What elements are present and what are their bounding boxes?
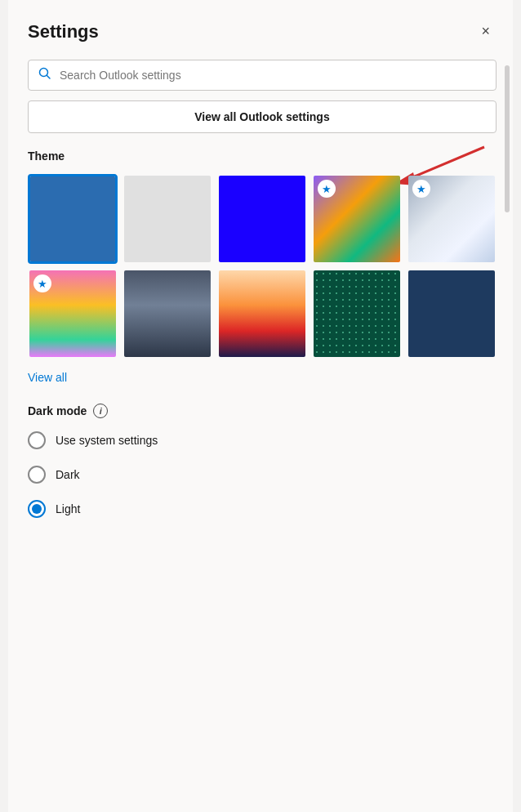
radio-system-settings[interactable]: Use system settings: [28, 431, 497, 449]
star-icon-3: ★: [38, 278, 47, 290]
svg-line-1: [47, 76, 51, 79]
theme-swatch-mountain[interactable]: [122, 269, 212, 359]
star-icon: ★: [322, 183, 332, 195]
view-all-themes-link[interactable]: View all: [28, 371, 67, 384]
star-icon-2: ★: [416, 183, 426, 195]
view-all-settings-button[interactable]: View all Outlook settings: [28, 100, 497, 133]
radio-circle-system: [28, 431, 46, 449]
search-icon: [38, 67, 51, 83]
radio-label-system: Use system settings: [56, 434, 158, 447]
theme-swatch-sunset[interactable]: [217, 269, 307, 359]
dark-mode-section: Dark mode i Use system settings Dark Lig…: [28, 404, 497, 518]
theme-grid: ★ ★ ★: [28, 174, 497, 359]
star-badge: ★: [318, 180, 336, 198]
theme-swatch-gradient2[interactable]: ★: [407, 174, 497, 264]
theme-swatch-blue[interactable]: [28, 174, 118, 264]
settings-header: Settings ×: [28, 20, 497, 43]
radio-dark[interactable]: Dark: [28, 466, 497, 484]
theme-section-title: Theme: [28, 149, 497, 163]
close-button[interactable]: ×: [474, 20, 497, 43]
theme-swatch-darkblue[interactable]: [217, 174, 307, 264]
radio-circle-light: [28, 500, 46, 518]
scrollbar[interactable]: [505, 65, 510, 212]
dark-mode-title: Dark mode: [28, 404, 87, 417]
settings-title: Settings: [28, 21, 99, 42]
search-input[interactable]: [60, 69, 486, 82]
theme-swatch-navy[interactable]: [407, 269, 497, 359]
theme-swatch-fantasy[interactable]: ★: [28, 269, 118, 359]
dark-mode-header: Dark mode i: [28, 404, 497, 418]
search-box: [28, 60, 497, 91]
star-badge-3: ★: [33, 274, 51, 292]
theme-swatch-gradient1[interactable]: ★: [312, 174, 402, 264]
radio-inner-light: [32, 504, 42, 514]
info-icon[interactable]: i: [93, 404, 108, 418]
radio-label-dark: Dark: [56, 468, 80, 481]
star-badge-2: ★: [412, 180, 430, 198]
radio-circle-dark: [28, 466, 46, 484]
theme-section: Theme ★: [28, 149, 497, 404]
theme-swatch-gray[interactable]: [122, 174, 212, 264]
settings-panel: Settings × View all Outlook settings The…: [8, 0, 513, 812]
radio-label-light: Light: [56, 502, 80, 515]
theme-swatch-circuit[interactable]: [312, 269, 402, 359]
radio-light[interactable]: Light: [28, 500, 497, 518]
